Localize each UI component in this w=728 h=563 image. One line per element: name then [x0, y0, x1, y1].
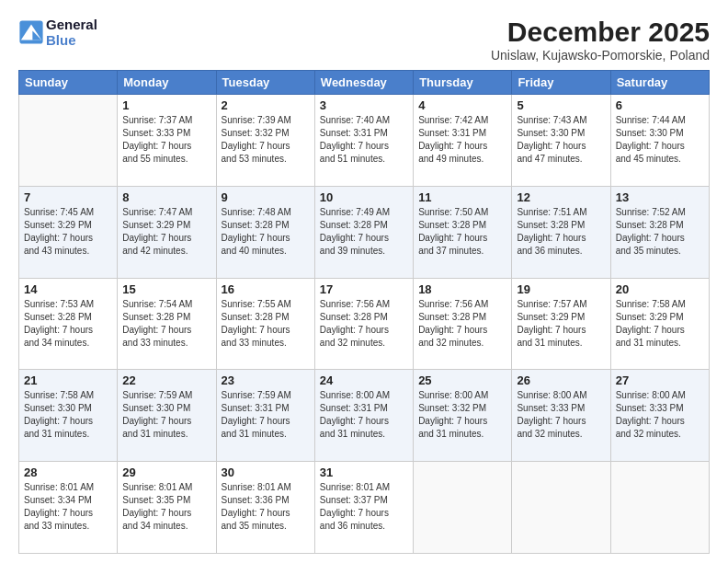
calendar-cell: 4Sunrise: 7:42 AM Sunset: 3:31 PM Daylig…: [414, 95, 512, 187]
cell-info: Sunrise: 7:44 AM Sunset: 3:30 PM Dayligh…: [616, 114, 704, 166]
calendar-cell: [19, 95, 118, 187]
logo: General Blue: [18, 17, 97, 48]
cell-day-number: 11: [418, 190, 506, 204]
calendar-cell: 25Sunrise: 8:00 AM Sunset: 3:32 PM Dayli…: [414, 370, 512, 462]
location-subtitle: Unislaw, Kujawsko-Pomorskie, Poland: [491, 48, 710, 63]
calendar-cell: 27Sunrise: 8:00 AM Sunset: 3:33 PM Dayli…: [610, 370, 709, 462]
calendar-cell: 20Sunrise: 7:58 AM Sunset: 3:29 PM Dayli…: [610, 278, 709, 370]
calendar-week-row: 14Sunrise: 7:53 AM Sunset: 3:28 PM Dayli…: [19, 278, 710, 370]
cell-info: Sunrise: 7:40 AM Sunset: 3:31 PM Dayligh…: [320, 114, 408, 166]
day-header-sunday: Sunday: [19, 71, 118, 95]
calendar-week-row: 28Sunrise: 8:01 AM Sunset: 3:34 PM Dayli…: [19, 462, 710, 554]
cell-day-number: 28: [24, 465, 112, 479]
cell-info: Sunrise: 7:50 AM Sunset: 3:28 PM Dayligh…: [418, 206, 506, 258]
calendar-cell: 28Sunrise: 8:01 AM Sunset: 3:34 PM Dayli…: [19, 462, 118, 554]
cell-day-number: 12: [517, 190, 605, 204]
cell-day-number: 17: [320, 282, 408, 296]
cell-day-number: 20: [616, 282, 704, 296]
cell-day-number: 8: [122, 190, 210, 204]
cell-day-number: 4: [418, 98, 506, 112]
cell-info: Sunrise: 8:01 AM Sunset: 3:37 PM Dayligh…: [320, 481, 408, 533]
cell-info: Sunrise: 7:48 AM Sunset: 3:28 PM Dayligh…: [222, 206, 310, 258]
calendar-cell: 24Sunrise: 8:00 AM Sunset: 3:31 PM Dayli…: [314, 370, 413, 462]
cell-info: Sunrise: 8:00 AM Sunset: 3:33 PM Dayligh…: [616, 389, 704, 441]
calendar-cell: 29Sunrise: 8:01 AM Sunset: 3:35 PM Dayli…: [118, 462, 216, 554]
cell-day-number: 29: [122, 465, 210, 479]
cell-info: Sunrise: 7:59 AM Sunset: 3:30 PM Dayligh…: [122, 389, 210, 441]
calendar-cell: 19Sunrise: 7:57 AM Sunset: 3:29 PM Dayli…: [512, 278, 610, 370]
calendar-cell: 30Sunrise: 8:01 AM Sunset: 3:36 PM Dayli…: [216, 462, 314, 554]
cell-day-number: 10: [320, 190, 408, 204]
cell-info: Sunrise: 7:47 AM Sunset: 3:29 PM Dayligh…: [122, 206, 210, 258]
cell-day-number: 13: [616, 190, 704, 204]
calendar-header-row: SundayMondayTuesdayWednesdayThursdayFrid…: [19, 71, 710, 95]
calendar-cell: 15Sunrise: 7:54 AM Sunset: 3:28 PM Dayli…: [118, 278, 216, 370]
cell-day-number: 31: [320, 465, 408, 479]
calendar-cell: 6Sunrise: 7:44 AM Sunset: 3:30 PM Daylig…: [610, 95, 709, 187]
logo-icon: [18, 19, 44, 45]
cell-day-number: 25: [418, 373, 506, 387]
calendar-cell: 12Sunrise: 7:51 AM Sunset: 3:28 PM Dayli…: [512, 186, 610, 278]
cell-info: Sunrise: 7:52 AM Sunset: 3:28 PM Dayligh…: [616, 206, 704, 258]
cell-info: Sunrise: 8:01 AM Sunset: 3:34 PM Dayligh…: [24, 481, 112, 533]
cell-day-number: 24: [320, 373, 408, 387]
calendar-cell: 10Sunrise: 7:49 AM Sunset: 3:28 PM Dayli…: [314, 186, 413, 278]
calendar-cell: 2Sunrise: 7:39 AM Sunset: 3:32 PM Daylig…: [216, 95, 314, 187]
cell-day-number: 7: [24, 190, 112, 204]
calendar-cell: 23Sunrise: 7:59 AM Sunset: 3:31 PM Dayli…: [216, 370, 314, 462]
title-section: December 2025 Unislaw, Kujawsko-Pomorski…: [491, 17, 710, 63]
cell-day-number: 23: [222, 373, 310, 387]
calendar-cell: 18Sunrise: 7:56 AM Sunset: 3:28 PM Dayli…: [414, 278, 512, 370]
cell-day-number: 21: [24, 373, 112, 387]
day-header-wednesday: Wednesday: [314, 71, 413, 95]
cell-info: Sunrise: 8:00 AM Sunset: 3:33 PM Dayligh…: [517, 389, 605, 441]
cell-info: Sunrise: 8:00 AM Sunset: 3:31 PM Dayligh…: [320, 389, 408, 441]
header: General Blue December 2025 Unislaw, Kuja…: [18, 17, 710, 63]
calendar-cell: 16Sunrise: 7:55 AM Sunset: 3:28 PM Dayli…: [216, 278, 314, 370]
cell-day-number: 14: [24, 282, 112, 296]
calendar-cell: 7Sunrise: 7:45 AM Sunset: 3:29 PM Daylig…: [19, 186, 118, 278]
cell-day-number: 9: [222, 190, 310, 204]
calendar-cell: [610, 462, 709, 554]
cell-day-number: 3: [320, 98, 408, 112]
calendar-cell: [512, 462, 610, 554]
cell-info: Sunrise: 7:57 AM Sunset: 3:29 PM Dayligh…: [517, 298, 605, 350]
calendar-cell: 21Sunrise: 7:58 AM Sunset: 3:30 PM Dayli…: [19, 370, 118, 462]
calendar-cell: 13Sunrise: 7:52 AM Sunset: 3:28 PM Dayli…: [610, 186, 709, 278]
cell-info: Sunrise: 7:58 AM Sunset: 3:30 PM Dayligh…: [24, 389, 112, 441]
cell-info: Sunrise: 8:01 AM Sunset: 3:36 PM Dayligh…: [222, 481, 310, 533]
cell-info: Sunrise: 7:37 AM Sunset: 3:33 PM Dayligh…: [122, 114, 210, 166]
cell-info: Sunrise: 7:55 AM Sunset: 3:28 PM Dayligh…: [222, 298, 310, 350]
calendar-cell: 8Sunrise: 7:47 AM Sunset: 3:29 PM Daylig…: [118, 186, 216, 278]
cell-day-number: 5: [517, 98, 605, 112]
cell-info: Sunrise: 7:49 AM Sunset: 3:28 PM Dayligh…: [320, 206, 408, 258]
calendar-cell: 31Sunrise: 8:01 AM Sunset: 3:37 PM Dayli…: [314, 462, 413, 554]
cell-day-number: 2: [222, 98, 310, 112]
logo-text: General Blue: [46, 17, 97, 48]
cell-info: Sunrise: 7:59 AM Sunset: 3:31 PM Dayligh…: [222, 389, 310, 441]
cell-info: Sunrise: 7:43 AM Sunset: 3:30 PM Dayligh…: [517, 114, 605, 166]
calendar-table: SundayMondayTuesdayWednesdayThursdayFrid…: [18, 70, 710, 554]
page: General Blue December 2025 Unislaw, Kuja…: [0, 0, 728, 563]
calendar-cell: 26Sunrise: 8:00 AM Sunset: 3:33 PM Dayli…: [512, 370, 610, 462]
cell-info: Sunrise: 7:54 AM Sunset: 3:28 PM Dayligh…: [122, 298, 210, 350]
cell-day-number: 27: [616, 373, 704, 387]
calendar-cell: [414, 462, 512, 554]
day-header-saturday: Saturday: [610, 71, 709, 95]
calendar-cell: 3Sunrise: 7:40 AM Sunset: 3:31 PM Daylig…: [314, 95, 413, 187]
month-title: December 2025: [491, 17, 710, 48]
calendar-cell: 9Sunrise: 7:48 AM Sunset: 3:28 PM Daylig…: [216, 186, 314, 278]
cell-day-number: 18: [418, 282, 506, 296]
cell-info: Sunrise: 7:53 AM Sunset: 3:28 PM Dayligh…: [24, 298, 112, 350]
day-header-monday: Monday: [118, 71, 216, 95]
cell-info: Sunrise: 7:56 AM Sunset: 3:28 PM Dayligh…: [418, 298, 506, 350]
day-header-thursday: Thursday: [414, 71, 512, 95]
day-header-friday: Friday: [512, 71, 610, 95]
calendar-week-row: 1Sunrise: 7:37 AM Sunset: 3:33 PM Daylig…: [19, 95, 710, 187]
calendar-cell: 14Sunrise: 7:53 AM Sunset: 3:28 PM Dayli…: [19, 278, 118, 370]
cell-info: Sunrise: 7:45 AM Sunset: 3:29 PM Dayligh…: [24, 206, 112, 258]
cell-info: Sunrise: 7:42 AM Sunset: 3:31 PM Dayligh…: [418, 114, 506, 166]
cell-info: Sunrise: 8:00 AM Sunset: 3:32 PM Dayligh…: [418, 389, 506, 441]
cell-day-number: 16: [222, 282, 310, 296]
cell-day-number: 22: [122, 373, 210, 387]
